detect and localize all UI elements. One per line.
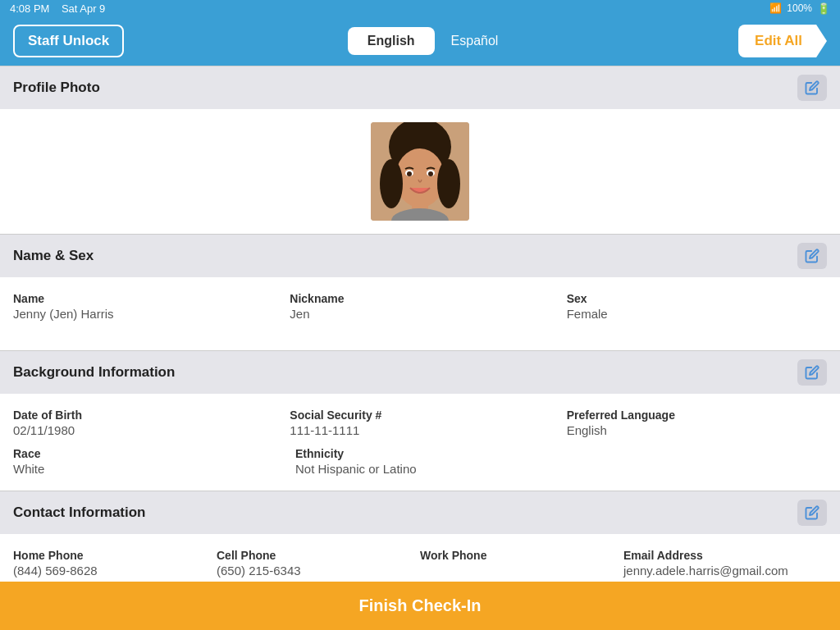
english-lang-button[interactable]: English (348, 27, 435, 55)
ethnicity-value: Not Hispanic or Latino (295, 462, 827, 476)
pref-lang-value: English (567, 423, 827, 437)
contact-title: Contact Information (13, 504, 146, 521)
svg-point-4 (437, 159, 460, 208)
name-value: Jenny (Jen) Harris (13, 307, 273, 321)
svg-point-9 (407, 171, 412, 176)
cell-phone-field: Cell Phone (650) 215-6343 (217, 549, 420, 578)
status-bar: 4:08 PM Sat Apr 9 📶 100% 🔋 (0, 0, 840, 16)
edit-all-button[interactable]: Edit All (738, 25, 827, 57)
profile-photo-svg (371, 122, 469, 221)
espanol-lang-button[interactable]: Español (435, 27, 515, 55)
profile-photo-section-header: Profile Photo (0, 66, 840, 109)
dob-value: 02/11/1980 (13, 423, 273, 437)
pref-lang-label: Preferred Language (567, 409, 827, 422)
svg-point-10 (428, 171, 433, 176)
contact-edit-button[interactable] (797, 500, 827, 526)
background-title: Background Information (13, 364, 175, 381)
battery-level: 100% (787, 2, 812, 14)
sex-value: Female (567, 307, 827, 321)
ethnicity-label: Ethnicity (295, 447, 827, 460)
status-time: 4:08 PM (10, 2, 49, 15)
dob-label: Date of Birth (13, 409, 273, 422)
wifi-icon: 📶 (769, 2, 782, 14)
battery-icon: 🔋 (817, 2, 830, 15)
home-phone-field: Home Phone (844) 569-8628 (13, 549, 217, 578)
nickname-field: Nickname Jen (290, 292, 550, 321)
ssn-label: Social Security # (290, 409, 550, 422)
svg-point-2 (395, 148, 445, 208)
email-value: jenny.adele.harris@gmail.com (623, 564, 827, 578)
profile-photo-body (0, 109, 840, 234)
profile-photo-image (371, 122, 469, 221)
home-phone-value: (844) 569-8628 (13, 564, 217, 578)
race-value: White (13, 462, 279, 476)
status-day: Sat Apr 9 (62, 2, 105, 15)
name-sex-row: Name Jenny (Jen) Harris Nickname Jen Sex… (13, 287, 827, 326)
sex-field: Sex Female (567, 292, 827, 321)
background-section-header: Background Information (0, 350, 840, 394)
pencil-icon (805, 80, 819, 95)
sex-label: Sex (567, 292, 827, 305)
work-phone-field: Work Phone (420, 549, 623, 578)
cell-phone-value: (650) 215-6343 (217, 564, 420, 578)
race-label: Race (13, 447, 279, 460)
email-field: Email Address jenny.adele.harris@gmail.c… (623, 549, 827, 578)
main-content: Profile Photo (0, 66, 840, 582)
ssn-field: Social Security # 111-11-1111 (290, 409, 550, 437)
name-sex-edit-button[interactable] (797, 243, 827, 269)
ethnicity-field: Ethnicity Not Hispanic or Latino (295, 447, 827, 476)
status-time-day: 4:08 PM Sat Apr 9 (10, 2, 105, 15)
background-row-1: Date of Birth 02/11/1980 Social Security… (13, 404, 827, 442)
background-row-2: Race White Ethnicity Not Hispanic or Lat… (13, 442, 827, 481)
dob-field: Date of Birth 02/11/1980 (13, 409, 273, 437)
nickname-value: Jen (290, 307, 550, 321)
race-field: Race White (13, 447, 279, 476)
cell-phone-label: Cell Phone (217, 549, 420, 562)
contact-section-header: Contact Information (0, 491, 840, 534)
background-body: Date of Birth 02/11/1980 Social Security… (0, 394, 840, 491)
pencil-icon (805, 365, 819, 380)
name-sex-body: Name Jenny (Jen) Harris Nickname Jen Sex… (0, 277, 840, 350)
email-label: Email Address (623, 549, 827, 562)
pencil-icon (805, 249, 819, 263)
pref-lang-field: Preferred Language English (567, 409, 827, 437)
home-phone-label: Home Phone (13, 549, 217, 562)
background-edit-button[interactable] (797, 359, 827, 386)
work-phone-label: Work Phone (420, 549, 623, 562)
profile-photo-title: Profile Photo (13, 80, 100, 96)
contact-body: Home Phone (844) 569-8628 Cell Phone (65… (0, 534, 840, 582)
name-sex-section-header: Name & Sex (0, 234, 840, 277)
top-bar: Staff Unlock English Español Edit All (0, 16, 840, 66)
name-sex-title: Name & Sex (13, 248, 94, 264)
ssn-value: 111-11-1111 (290, 423, 550, 437)
finish-checkin-button[interactable]: Finish Check-In (0, 582, 840, 630)
svg-point-3 (380, 159, 403, 208)
pencil-icon (805, 505, 819, 520)
contact-row: Home Phone (844) 569-8628 Cell Phone (65… (13, 544, 827, 582)
status-right: 📶 100% 🔋 (769, 2, 830, 15)
nickname-label: Nickname (290, 292, 550, 305)
profile-photo-edit-button[interactable] (797, 75, 827, 101)
name-field: Name Jenny (Jen) Harris (13, 292, 273, 321)
language-toggle: English Español (348, 27, 515, 55)
name-label: Name (13, 292, 273, 305)
staff-unlock-button[interactable]: Staff Unlock (13, 25, 124, 57)
